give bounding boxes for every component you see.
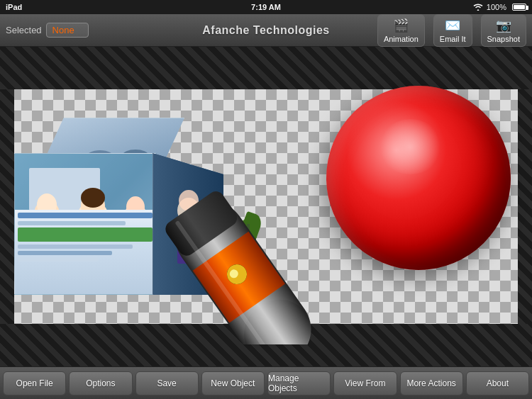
snapshot-label: Snapshot xyxy=(487,35,520,43)
save-button[interactable]: Save xyxy=(135,371,199,395)
toolbar-right: 🎬 Animation ✉️ Email It 📷 Snapshot xyxy=(373,14,526,47)
view-from-button[interactable]: View From xyxy=(333,371,397,395)
manage-objects-button[interactable]: Manage Objects xyxy=(267,371,331,395)
about-button[interactable]: About xyxy=(466,371,529,395)
animation-button[interactable]: 🎬 Animation xyxy=(377,14,425,47)
status-right: 100% xyxy=(472,2,526,12)
main-canvas[interactable] xyxy=(0,47,532,366)
selected-label: Selected xyxy=(6,25,42,35)
animation-label: Animation xyxy=(384,35,419,43)
selected-value: None xyxy=(46,23,89,38)
top-toolbar: Selected None Afanche Technologies 🎬 Ani… xyxy=(0,14,532,47)
wifi-signal-icon xyxy=(472,2,484,12)
svg-point-13 xyxy=(81,188,105,208)
new-object-button[interactable]: New Object xyxy=(201,371,265,395)
more-actions-button[interactable]: More Actions xyxy=(400,371,463,395)
battery-percent-label: 100% xyxy=(487,3,506,11)
snapshot-icon: 📷 xyxy=(496,18,511,33)
open-file-button[interactable]: Open File xyxy=(3,371,66,395)
time-label: 7:19 AM xyxy=(251,3,281,11)
status-bar: iPad 7:19 AM 100% xyxy=(0,0,532,14)
animation-icon: 🎬 xyxy=(393,18,409,33)
snapshot-button[interactable]: 📷 Snapshot xyxy=(481,14,526,47)
red-sphere[interactable] xyxy=(326,86,511,270)
email-button[interactable]: ✉️ Email It xyxy=(433,14,472,47)
scene-objects xyxy=(0,47,532,366)
options-button[interactable]: Options xyxy=(69,371,132,395)
company-title: Afanche Technologies xyxy=(202,24,330,37)
email-icon: ✉️ xyxy=(445,18,460,33)
carrier-label: iPad xyxy=(6,3,22,11)
battery-icon xyxy=(512,4,526,11)
bottom-toolbar: Open File Options Save New Object Manage… xyxy=(0,366,532,399)
email-label: Email It xyxy=(440,35,466,43)
